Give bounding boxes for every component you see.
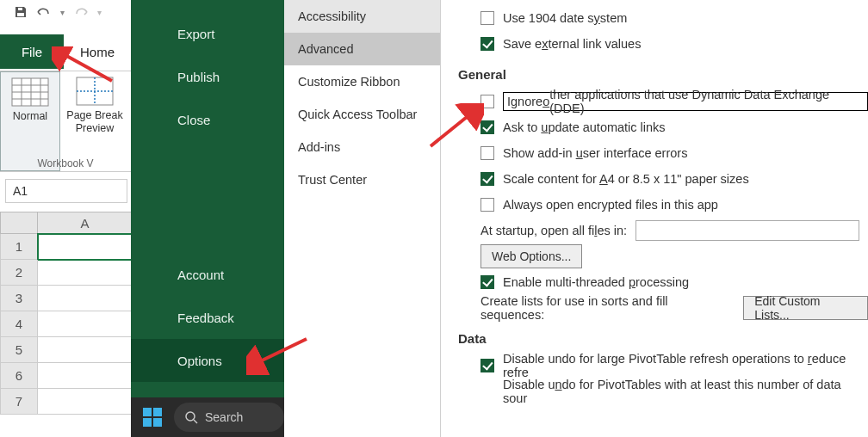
redo-icon [71, 5, 90, 19]
tab-home[interactable]: Home [64, 34, 131, 69]
row-header-2[interactable]: 2 [0, 260, 38, 286]
pagebreak-icon [76, 77, 114, 106]
lbl-disable-undo-pivot: Disable undo for large PivotTable refres… [503, 352, 868, 379]
opt-cat-accessibility[interactable]: Accessibility [284, 0, 440, 33]
opt-cat-addins[interactable]: Add-ins [284, 131, 440, 163]
chk-save-external[interactable] [480, 37, 494, 51]
tab-home-label: Home [80, 45, 115, 59]
lbl-use-1904: Use 1904 date system [503, 11, 627, 25]
cell-A1[interactable] [38, 234, 133, 260]
options-category-list: Accessibility Advanced Customize Ribbon … [284, 0, 441, 437]
opt-cat-customize-ribbon[interactable]: Customize Ribbon [284, 65, 440, 98]
chk-always-open-enc[interactable] [480, 198, 494, 212]
chk-ask-update[interactable] [480, 120, 494, 134]
windows-icon [143, 408, 162, 427]
lbl-disable-undo-count: Disable undo for PivotTables with at lea… [503, 378, 868, 405]
backstage-menu: Export Publish Close Account Feedback Op… [131, 0, 284, 437]
row-header-1[interactable]: 1 [0, 234, 38, 260]
opt-cat-trust-center[interactable]: Trust Center [284, 163, 440, 196]
name-box[interactable]: A1 [5, 179, 127, 203]
taskbar-search[interactable]: Search [174, 403, 284, 432]
lbl-always-open-enc: Always open encrypted files in this app [503, 198, 718, 212]
svg-rect-13 [153, 418, 162, 427]
btn-edit-custom-lists[interactable]: Edit Custom Lists... [743, 296, 868, 320]
lbl-create-lists: Create lists for use in sorts and fill s… [480, 294, 731, 322]
cell-A2[interactable] [38, 260, 133, 286]
view-pagebreak-label-1: Page Break [66, 109, 122, 122]
row-header-4[interactable]: 4 [0, 311, 38, 337]
search-icon [184, 410, 198, 424]
svg-point-14 [186, 412, 195, 421]
btn-edit-custom-lists-label: Edit Custom Lists... [754, 294, 857, 322]
svg-rect-10 [143, 408, 152, 416]
tab-file[interactable]: File [0, 34, 64, 69]
btn-web-options[interactable]: Web Options... [480, 244, 582, 268]
taskbar-search-label: Search [205, 410, 243, 424]
row-header-6[interactable]: 6 [0, 363, 38, 389]
row-header-5[interactable]: 5 [0, 337, 38, 363]
view-pagebreak-label-2: Preview [76, 122, 114, 135]
windows-taskbar: Search [131, 397, 284, 437]
normal-view-icon [11, 77, 49, 107]
select-all-corner[interactable] [0, 212, 38, 234]
ribbon-group-workbook-views: Normal Page Break Preview Workbook V [0, 71, 131, 172]
chk-scale-a4[interactable] [480, 172, 494, 186]
opt-cat-advanced[interactable]: Advanced [284, 33, 440, 65]
lbl-ignore-dde: Ignore other applications that use Dynam… [503, 92, 868, 111]
row-header-3[interactable]: 3 [0, 286, 38, 311]
cell-A6[interactable] [38, 363, 133, 389]
spreadsheet-grid: A 1 2 3 4 5 6 7 [0, 212, 133, 415]
tab-file-label: File [22, 45, 42, 59]
cell-A7[interactable] [38, 389, 133, 415]
quick-access-toolbar: ▾ ▾ [0, 0, 131, 24]
chk-disable-undo-pivot[interactable] [480, 359, 494, 372]
cell-A5[interactable] [38, 337, 133, 363]
section-data: Data [458, 331, 868, 346]
chk-show-addin[interactable] [480, 146, 494, 160]
save-icon[interactable] [14, 5, 28, 19]
qat-dropdown-icon[interactable]: ▾ [60, 8, 65, 17]
backstage-close[interactable]: Close [131, 98, 284, 141]
qat-dropdown-icon-2[interactable]: ▾ [97, 8, 102, 17]
ribbon-group-label: Workbook V [0, 157, 131, 169]
view-normal-button[interactable]: Normal [0, 71, 60, 171]
start-button[interactable] [140, 404, 165, 430]
section-general: General [458, 67, 868, 82]
lbl-scale-a4: Scale content for A4 or 8.5 x 11" paper … [503, 172, 749, 186]
row-header-7[interactable]: 7 [0, 389, 38, 415]
ribbon-tabs: File Home [0, 34, 131, 69]
svg-rect-12 [143, 418, 152, 427]
column-header-A[interactable]: A [38, 212, 133, 234]
view-normal-label: Normal [13, 110, 47, 123]
backstage-account[interactable]: Account [131, 253, 284, 296]
lbl-save-external: Save external link values [503, 37, 641, 51]
cell-A4[interactable] [38, 311, 133, 337]
lbl-ask-update: Ask to update automatic links [503, 120, 666, 134]
lbl-startup-open: At startup, open all files in: [480, 224, 627, 237]
opt-cat-quick-access[interactable]: Quick Access Toolbar [284, 98, 440, 131]
lbl-show-addin: Show add-in user interface errors [503, 146, 687, 160]
undo-icon[interactable] [34, 5, 53, 19]
input-startup-path[interactable] [636, 220, 859, 241]
cell-A3[interactable] [38, 286, 133, 311]
backstage-feedback[interactable]: Feedback [131, 296, 284, 339]
backstage-publish[interactable]: Publish [131, 55, 284, 98]
svg-rect-11 [153, 408, 162, 416]
chk-use-1904[interactable] [480, 11, 494, 25]
backstage-options[interactable]: Options [131, 339, 284, 382]
svg-line-15 [194, 420, 197, 423]
chk-ignore-dde[interactable] [480, 95, 494, 108]
btn-web-options-label: Web Options... [492, 249, 571, 263]
view-pagebreak-button[interactable]: Page Break Preview [60, 71, 129, 171]
lbl-enable-multi: Enable multi-threaded processing [503, 275, 689, 289]
options-advanced-pane: Use 1904 date system Save external link … [441, 0, 868, 437]
chk-enable-multi[interactable] [480, 275, 494, 289]
backstage-export[interactable]: Export [131, 12, 284, 55]
name-box-value: A1 [13, 184, 28, 198]
